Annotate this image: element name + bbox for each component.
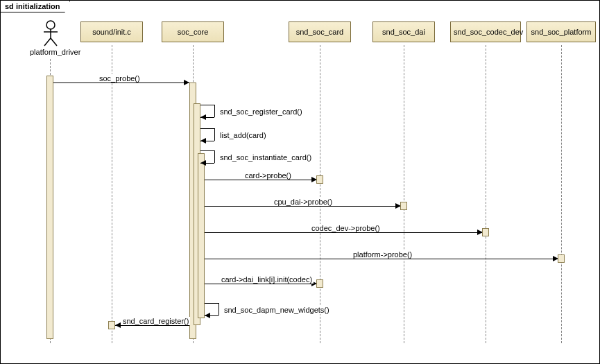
arrow-soc-probe	[53, 83, 189, 83]
lifeline-codec	[486, 45, 486, 343]
lifeline-head-dai: snd_soc_dai	[372, 21, 435, 42]
lifeline-init	[112, 45, 112, 343]
arrowhead-card-register	[115, 322, 121, 328]
label-platform-probe: platform->probe()	[352, 250, 413, 259]
sequence-diagram: sd initialization platform_driver sound/…	[0, 0, 600, 364]
arrow-codec-probe	[205, 232, 482, 233]
activation-card-register	[108, 321, 115, 329]
lifeline-head-init: sound/init.c	[80, 21, 143, 42]
lifeline-dai	[404, 45, 404, 343]
arrow-card-probe	[205, 180, 316, 180]
activation-platform-probe	[558, 254, 565, 263]
arrow-card-register	[115, 325, 189, 326]
label-dapm: snd_soc_dapm_new_widgets()	[223, 306, 331, 314]
actor-platform-driver: platform_driver	[30, 20, 71, 56]
arrowhead-soc-probe	[184, 80, 189, 85]
arrow-platform-probe	[205, 259, 558, 259]
label-codec-probe: codec_dev->probe()	[310, 224, 382, 232]
activation-dai-probe	[400, 202, 407, 210]
label-list-add: list_add(card)	[218, 131, 268, 139]
label-soc-probe: soc_probe()	[98, 74, 142, 83]
label-dai-probe: cpu_dai->probe()	[273, 198, 334, 206]
svg-line-4	[51, 38, 57, 46]
activation-soccore-3	[198, 153, 205, 318]
lifeline-head-soccore: soc_core	[162, 21, 224, 42]
diagram-title: sd initialization	[0, 0, 70, 12]
label-card-register: snd_card_register()	[121, 317, 190, 325]
svg-point-0	[46, 21, 55, 29]
lifeline-platform	[561, 45, 562, 343]
arrow-dai-probe	[205, 206, 400, 207]
label-instantiate: snd_soc_instantiate_card()	[218, 153, 313, 162]
label-dai-link-init: card->dai_link[i].init(codec)	[220, 275, 314, 284]
actor-icon	[42, 20, 59, 46]
activation-card-probe	[316, 175, 323, 184]
label-register-card: snd_soc_register_card()	[218, 107, 304, 116]
lifeline-head-card: snd_soc_card	[289, 21, 351, 42]
actor-label: platform_driver	[30, 48, 71, 56]
svg-line-3	[44, 38, 51, 46]
label-card-probe: card->probe()	[243, 171, 293, 180]
lifeline-card	[320, 45, 320, 343]
activation-dai-link-init	[316, 279, 323, 288]
lifeline-head-codec: snd_soc_codec_dev	[450, 21, 521, 42]
arrow-dai-link-init	[205, 284, 316, 284]
lifeline-head-platform: snd_soc_platform	[526, 21, 596, 42]
activation-codec-probe	[482, 228, 489, 236]
activation-actor	[46, 76, 53, 339]
